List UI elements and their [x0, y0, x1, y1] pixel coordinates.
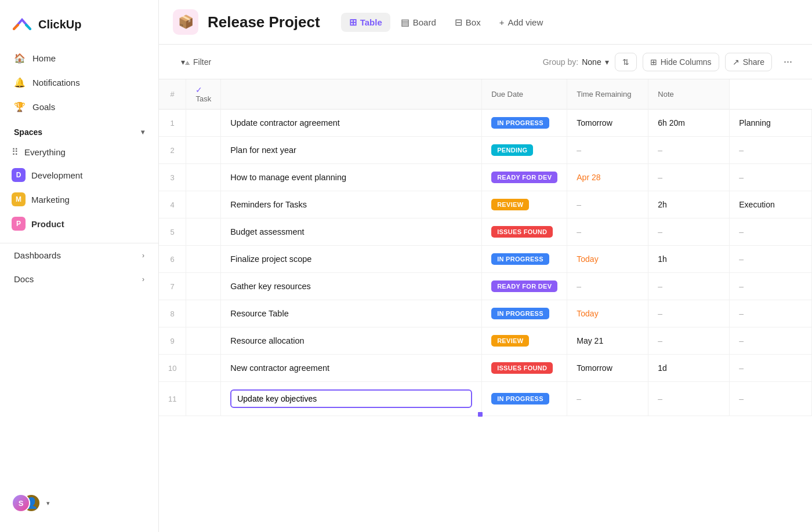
status-badge: IN PROGRESS: [491, 308, 549, 319]
row-task[interactable]: Plan for next year: [221, 137, 482, 164]
table-row: 3How to manage event planningREADY FOR D…: [159, 164, 812, 191]
row-task[interactable]: [221, 382, 482, 416]
product-badge: P: [12, 217, 26, 231]
tab-board-label: Board: [413, 17, 436, 27]
group-by-chevron-icon: ▾: [605, 57, 609, 67]
row-num: 8: [159, 300, 186, 327]
col-task: [221, 79, 482, 110]
row-task[interactable]: Budget assessment: [221, 218, 482, 246]
sidebar-item-development[interactable]: D Development: [0, 163, 158, 187]
board-icon: ▤: [401, 17, 409, 28]
row-check[interactable]: [186, 137, 221, 164]
more-options-button[interactable]: ···: [778, 52, 798, 72]
row-task[interactable]: Reminders for Tasks: [221, 191, 482, 218]
row-check[interactable]: [186, 273, 221, 300]
row-status[interactable]: IN PROGRESS: [482, 382, 567, 416]
row-time-remaining: 6h 20m: [648, 110, 730, 137]
spaces-section-header[interactable]: Spaces ▾: [0, 118, 158, 141]
main-content: 📦 Release Project ⊞ Table ▤ Board ⊟ Box …: [159, 0, 812, 532]
spaces-chevron-icon: ▾: [141, 128, 144, 136]
tab-box[interactable]: ⊟ Box: [447, 13, 489, 32]
row-num: 10: [159, 355, 186, 382]
row-status[interactable]: REVIEW: [482, 327, 567, 355]
row-task[interactable]: Gather key resources: [221, 273, 482, 300]
tab-table[interactable]: ⊞ Table: [341, 13, 390, 32]
task-edit-input[interactable]: [230, 389, 472, 408]
row-check[interactable]: [186, 246, 221, 273]
sidebar-item-home[interactable]: 🏠 Home: [7, 46, 151, 70]
toolbar-left: ▾⟁ Filter: [173, 53, 219, 71]
row-task[interactable]: Resource allocation: [221, 327, 482, 355]
row-num: 4: [159, 191, 186, 218]
row-due-date: –: [567, 382, 648, 416]
sidebar-item-marketing[interactable]: M Marketing: [0, 187, 158, 212]
sidebar-item-product[interactable]: P Product: [0, 212, 158, 236]
row-note: –: [730, 137, 812, 164]
tab-board[interactable]: ▤ Board: [393, 13, 444, 32]
hide-columns-button[interactable]: ⊞ Hide Columns: [643, 53, 719, 71]
row-check[interactable]: [186, 300, 221, 327]
row-status[interactable]: ISSUES FOUND: [482, 218, 567, 246]
row-check[interactable]: [186, 191, 221, 218]
col-check: ✓ Task: [186, 79, 221, 110]
row-status[interactable]: REVIEW: [482, 191, 567, 218]
group-by-label: Group by:: [543, 57, 578, 67]
row-status[interactable]: IN PROGRESS: [482, 110, 567, 137]
table-row: 8Resource TableIN PROGRESSToday––: [159, 300, 812, 327]
share-label: Share: [743, 57, 764, 67]
trophy-icon: 🏆: [14, 101, 26, 112]
table-row: 6Finalize project scopeIN PROGRESSToday1…: [159, 246, 812, 273]
clickup-logo-icon: [12, 14, 32, 35]
row-status[interactable]: ISSUES FOUND: [482, 355, 567, 382]
add-view-button[interactable]: + Add view: [491, 13, 552, 31]
row-check[interactable]: [186, 355, 221, 382]
table-row: 2Plan for next yearPENDING–––: [159, 137, 812, 164]
group-by-control[interactable]: Group by: None ▾: [543, 57, 609, 67]
project-title: Release Project: [208, 13, 320, 31]
row-check[interactable]: [186, 327, 221, 355]
row-status[interactable]: IN PROGRESS: [482, 246, 567, 273]
row-check[interactable]: [186, 164, 221, 191]
development-badge: D: [12, 168, 26, 182]
resize-handle[interactable]: [478, 412, 483, 417]
status-badge: REVIEW: [491, 199, 529, 210]
row-status[interactable]: READY FOR DEV: [482, 164, 567, 191]
row-check[interactable]: [186, 218, 221, 246]
row-task[interactable]: New contractor agreement: [221, 355, 482, 382]
row-note: –: [730, 273, 812, 300]
row-status[interactable]: READY FOR DEV: [482, 273, 567, 300]
row-status[interactable]: PENDING: [482, 137, 567, 164]
row-task[interactable]: Update contractor agreement: [221, 110, 482, 137]
row-time-remaining: 1h: [648, 246, 730, 273]
row-check[interactable]: [186, 382, 221, 416]
row-note: –: [730, 355, 812, 382]
sidebar-item-docs[interactable]: Docs ›: [0, 267, 158, 291]
row-time-remaining: –: [648, 218, 730, 246]
user-profile[interactable]: S 👤 ▾: [0, 483, 158, 523]
table-icon: ⊞: [349, 17, 357, 28]
col-note: Note: [648, 79, 730, 110]
sidebar: ClickUp 🏠 Home 🔔 Notifications 🏆 Goals S…: [0, 0, 159, 532]
row-num: 2: [159, 137, 186, 164]
row-time-remaining: –: [648, 137, 730, 164]
sort-button[interactable]: ⇅: [615, 53, 637, 71]
share-button[interactable]: ↗ Share: [725, 53, 772, 71]
sidebar-item-everything[interactable]: ⠿ Everything: [0, 141, 158, 163]
bell-icon: 🔔: [14, 76, 26, 88]
row-check[interactable]: [186, 110, 221, 137]
filter-icon: ▾⟁: [181, 57, 190, 67]
row-task[interactable]: Finalize project scope: [221, 246, 482, 273]
sidebar-item-notifications[interactable]: 🔔 Notifications: [7, 71, 151, 94]
sidebar-item-dashboards[interactable]: Dashboards ›: [0, 243, 158, 267]
sidebar-item-everything-label: Everything: [24, 147, 66, 157]
hide-columns-icon: ⊞: [650, 57, 657, 67]
sidebar-item-goals[interactable]: 🏆 Goals: [7, 95, 151, 118]
row-task[interactable]: Resource Table: [221, 300, 482, 327]
row-time-remaining: –: [648, 382, 730, 416]
filter-button[interactable]: ▾⟁ Filter: [173, 53, 219, 71]
row-status[interactable]: IN PROGRESS: [482, 300, 567, 327]
sidebar-item-development-label: Development: [31, 170, 82, 180]
add-view-plus-icon: +: [499, 17, 505, 27]
project-icon: 📦: [173, 9, 198, 35]
row-task[interactable]: How to manage event planning: [221, 164, 482, 191]
